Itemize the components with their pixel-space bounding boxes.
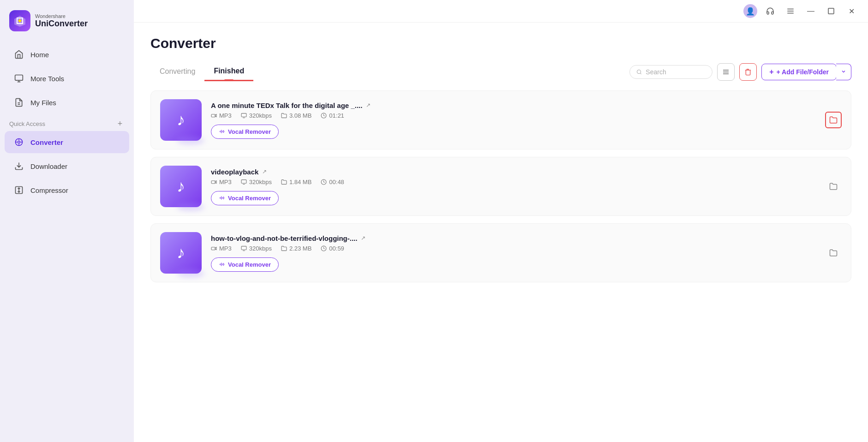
- sidebar: Wondershare UniConverter Home More Tools…: [0, 0, 134, 442]
- delete-button[interactable]: [739, 63, 757, 81]
- waveform-icon: [219, 261, 225, 268]
- compressor-label: Compressor: [30, 186, 68, 194]
- sidebar-item-more-tools[interactable]: More Tools: [5, 67, 129, 90]
- brand-name: Wondershare: [35, 13, 88, 19]
- logo-text: Wondershare UniConverter: [35, 13, 88, 29]
- file-meta: MP3 320kbps 3.08 MB 01:21: [211, 112, 816, 119]
- folder-size-icon: [281, 245, 287, 251]
- maximize-button[interactable]: [824, 4, 838, 18]
- svg-marker-32: [215, 180, 216, 183]
- svg-rect-26: [211, 114, 215, 117]
- svg-rect-36: [211, 247, 215, 250]
- clock-icon: [321, 179, 327, 185]
- page-title: Converter: [150, 36, 851, 51]
- sidebar-item-home[interactable]: Home: [5, 43, 129, 66]
- file-item: ♪ videoplayback ↗ MP3 320kbp: [150, 157, 851, 216]
- svg-marker-27: [215, 114, 216, 116]
- svg-rect-33: [241, 179, 246, 183]
- sidebar-item-converter[interactable]: Converter: [5, 131, 129, 153]
- converter-label: Converter: [30, 138, 63, 146]
- svg-rect-28: [241, 113, 246, 117]
- file-thumbnail: ♪: [160, 99, 202, 141]
- toolbar-right: + + Add File/Folder: [629, 63, 851, 81]
- file-size: 3.08 MB: [281, 112, 311, 119]
- file-size: 1.84 MB: [281, 179, 311, 185]
- my-files-label: My Files: [30, 99, 56, 107]
- headphone-icon[interactable]: [763, 4, 778, 18]
- music-note-icon: ♪: [177, 243, 185, 263]
- logo-area: Wondershare UniConverter: [0, 0, 134, 42]
- list-view-button[interactable]: [717, 63, 735, 81]
- file-name-row: how-to-vlog-and-not-be-terrified-vloggin…: [211, 234, 816, 242]
- search-icon: [636, 69, 642, 75]
- tabs-toolbar: Converting Finished +: [150, 62, 851, 81]
- quality-icon: [241, 179, 247, 185]
- svg-point-21: [637, 70, 641, 73]
- waveform-icon: [219, 128, 225, 135]
- quality-icon: [241, 113, 247, 119]
- file-bitrate: 320kbps: [241, 112, 272, 119]
- file-name-row: A one minute TEDx Talk for the digital a…: [211, 102, 816, 109]
- downloader-icon: [14, 161, 24, 171]
- downloader-label: Downloader: [30, 162, 67, 170]
- open-folder-button[interactable]: [825, 245, 842, 261]
- file-name: A one minute TEDx Talk for the digital a…: [211, 102, 362, 109]
- svg-rect-38: [241, 246, 246, 250]
- topbar: 👤 — ✕: [134, 0, 868, 23]
- user-avatar[interactable]: 👤: [743, 4, 757, 18]
- tab-finished[interactable]: Finished: [204, 62, 253, 81]
- svg-marker-37: [215, 247, 216, 249]
- music-note-icon: ♪: [177, 177, 185, 196]
- minimize-button[interactable]: —: [803, 4, 818, 18]
- clock-icon: [321, 113, 327, 119]
- file-item: ♪ A one minute TEDx Talk for the digital…: [150, 90, 851, 149]
- file-info: A one minute TEDx Talk for the digital a…: [211, 102, 816, 139]
- sidebar-item-my-files[interactable]: My Files: [5, 91, 129, 113]
- sidebar-item-downloader[interactable]: Downloader: [5, 155, 129, 177]
- external-link-icon[interactable]: ↗: [366, 102, 371, 108]
- video-icon: [211, 245, 217, 251]
- svg-line-22: [641, 73, 641, 74]
- app-logo-icon: [9, 10, 30, 31]
- file-thumbnail: ♪: [160, 232, 202, 274]
- video-icon: [211, 179, 217, 185]
- file-thumbnail: ♪: [160, 166, 202, 207]
- external-link-icon[interactable]: ↗: [361, 235, 365, 241]
- file-bitrate: 320kbps: [241, 179, 272, 185]
- file-format: MP3: [211, 179, 232, 185]
- file-info: how-to-vlog-and-not-be-terrified-vloggin…: [211, 234, 816, 272]
- file-duration: 00:59: [321, 245, 344, 252]
- video-icon: [211, 113, 217, 119]
- file-meta: MP3 320kbps 2.23 MB 00:59: [211, 245, 816, 252]
- music-note-icon: ♪: [177, 110, 185, 130]
- add-file-dropdown[interactable]: [836, 64, 851, 80]
- search-box[interactable]: [629, 65, 712, 79]
- vocal-remover-button[interactable]: Vocal Remover: [211, 125, 279, 139]
- quality-icon: [241, 245, 247, 251]
- vocal-remover-button[interactable]: Vocal Remover: [211, 191, 279, 205]
- file-bitrate: 320kbps: [241, 245, 272, 252]
- file-duration: 01:21: [321, 112, 344, 119]
- file-duration: 00:48: [321, 179, 344, 185]
- file-name: how-to-vlog-and-not-be-terrified-vloggin…: [211, 234, 357, 242]
- sidebar-item-compressor[interactable]: Compressor: [5, 179, 129, 201]
- file-name-row: videoplayback ↗: [211, 168, 816, 176]
- waveform-icon: [219, 195, 225, 201]
- file-format: MP3: [211, 112, 232, 119]
- folder-size-icon: [281, 179, 287, 185]
- clock-icon: [321, 245, 327, 251]
- vocal-remover-button[interactable]: Vocal Remover: [211, 257, 279, 272]
- open-folder-button[interactable]: [825, 112, 842, 128]
- search-input[interactable]: [646, 68, 706, 76]
- converter-icon: [14, 137, 24, 147]
- external-link-icon[interactable]: ↗: [262, 168, 267, 175]
- my-files-icon: [14, 97, 24, 108]
- list-icon[interactable]: [783, 4, 798, 18]
- add-file-button[interactable]: + + Add File/Folder: [761, 64, 837, 80]
- tab-converting[interactable]: Converting: [150, 63, 204, 81]
- open-folder-button[interactable]: [825, 178, 842, 195]
- close-button[interactable]: ✕: [844, 4, 859, 18]
- quick-access-add-button[interactable]: +: [115, 119, 125, 128]
- svg-rect-31: [211, 180, 215, 183]
- more-tools-icon: [14, 73, 24, 84]
